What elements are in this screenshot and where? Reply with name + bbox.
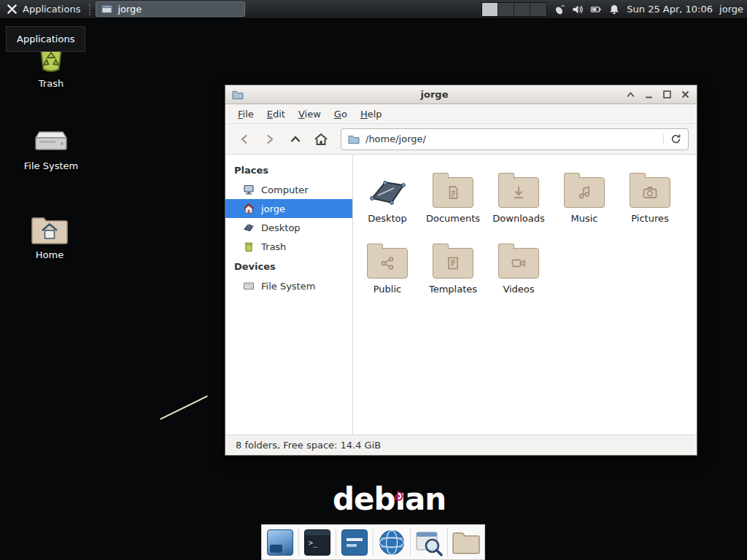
pictures-folder-icon [630, 177, 670, 208]
workspace-2[interactable] [498, 3, 514, 16]
close-button[interactable] [680, 90, 690, 100]
dock-launcher-browser[interactable] [376, 527, 407, 558]
mouse-icon[interactable] [554, 4, 565, 15]
dock-launcher-terminal[interactable]: >_ [302, 527, 333, 558]
sidebar-item-label: jorge [261, 203, 285, 214]
desktop-icon-file-system[interactable]: File System [16, 125, 86, 171]
folder-label: Public [374, 284, 401, 295]
folder-item-downloads[interactable]: Downloads [486, 166, 551, 237]
top-panel: Applications jorge [0, 0, 747, 19]
dock-launcher-files[interactable] [451, 527, 481, 558]
folder-item-templates[interactable]: Templates [420, 237, 486, 308]
applications-tooltip-text: Applications [17, 34, 74, 44]
minimize-button[interactable] [643, 90, 654, 100]
shade-button[interactable] [625, 90, 635, 100]
menu-view[interactable]: View [292, 106, 328, 122]
dock-launcher-appfinder[interactable] [414, 527, 444, 558]
clock[interactable]: Sun 25 Apr, 10:06 [627, 4, 713, 15]
panel-app-icon [341, 529, 368, 556]
volume-icon[interactable] [572, 4, 584, 15]
trash-icon [243, 241, 255, 252]
menu-go[interactable]: Go [328, 106, 354, 122]
file-manager-window-icon [101, 4, 112, 15]
folder-icon [452, 530, 481, 555]
globe-icon [378, 529, 406, 556]
folder-item-public[interactable]: Public [355, 237, 420, 308]
maximize-button[interactable] [662, 90, 672, 100]
folder-item-pictures[interactable]: Pictures [617, 166, 683, 237]
folder-label: Desktop [368, 214, 407, 224]
applications-menu-icon [7, 4, 18, 15]
folder-item-videos[interactable]: Videos [486, 237, 551, 308]
panel-username[interactable]: jorge [719, 4, 743, 15]
desktop-icon-label: Trash [39, 79, 63, 89]
workspace-3[interactable] [514, 3, 530, 16]
file-manager-window: jorge File Edit View Go Help [225, 85, 697, 456]
places-header: Places [225, 160, 352, 180]
desktop-icon-home[interactable]: Home [15, 213, 85, 260]
home-icon [243, 203, 255, 214]
taskbar-window-label: jorge [117, 4, 142, 15]
path-folder-icon [348, 133, 360, 145]
notifications-bell-icon[interactable] [608, 4, 620, 15]
places-sidebar: Places Computer jorge [225, 155, 353, 435]
battery-icon[interactable] [590, 4, 602, 15]
workspace-1[interactable] [482, 3, 498, 16]
location-bar[interactable]: /home/jorge/ [341, 128, 689, 150]
menu-edit[interactable]: Edit [260, 106, 292, 122]
menu-file[interactable]: File [231, 106, 260, 122]
up-button[interactable] [285, 129, 306, 149]
toolbar: /home/jorge/ [225, 124, 697, 154]
file-grid: Desktop Documents Downloads [353, 155, 697, 435]
sidebar-item-label: Computer [261, 184, 309, 195]
status-text: 8 folders, Free space: 14.4 GiB [236, 440, 381, 451]
applications-menu-label: Applications [23, 4, 80, 15]
dock-separator [447, 529, 448, 556]
panel-separator [89, 4, 93, 15]
window-titlebar[interactable]: jorge [225, 85, 697, 104]
sidebar-item-computer[interactable]: Computer [225, 180, 352, 199]
terminal-icon: >_ [304, 529, 330, 556]
status-bar: 8 folders, Free space: 14.4 GiB [225, 435, 697, 455]
sidebar-item-file-system[interactable]: File System [225, 276, 352, 295]
desktop-folder-icon [367, 170, 408, 208]
workspace-switcher[interactable] [481, 2, 547, 17]
templates-folder-icon [433, 248, 473, 279]
applications-menu-button[interactable]: Applications [0, 0, 87, 18]
sidebar-item-jorge[interactable]: jorge [225, 199, 352, 218]
videos-folder-icon [498, 248, 539, 279]
dock-launcher-display[interactable] [265, 527, 295, 558]
sidebar-item-trash[interactable]: Trash [225, 237, 352, 256]
folder-item-desktop[interactable]: Desktop [355, 166, 420, 237]
sidebar-item-desktop[interactable]: Desktop [225, 218, 352, 237]
window-title: jorge [248, 89, 621, 100]
system-tray [554, 4, 620, 15]
dock-launcher-panel[interactable] [339, 527, 370, 558]
forward-button[interactable] [259, 129, 281, 149]
desktop-icon-label: File System [24, 161, 78, 171]
debian-swirl-icon [392, 475, 403, 510]
dock-separator [336, 529, 336, 556]
menu-bar: File Edit View Go Help [225, 104, 697, 124]
folder-label: Downloads [492, 214, 544, 224]
sidebar-item-label: File System [261, 281, 315, 292]
home-folder-icon [31, 213, 69, 245]
folder-label: Pictures [631, 214, 668, 224]
location-path[interactable]: /home/jorge/ [365, 133, 657, 144]
devices-header: Devices [225, 256, 352, 276]
drive-icon [243, 280, 255, 292]
folder-item-music[interactable]: Music [551, 166, 617, 237]
back-button[interactable] [233, 129, 255, 149]
bottom-dock: >_ [261, 524, 485, 560]
debian-logo: debıan [333, 481, 446, 517]
workspace-4[interactable] [530, 3, 546, 16]
dock-separator [298, 529, 299, 556]
desktop: Applications jorge [0, 0, 747, 560]
sidebar-item-label: Desktop [261, 222, 301, 233]
taskbar-window-button[interactable]: jorge [96, 1, 245, 17]
magnifier-icon [415, 529, 443, 556]
home-button[interactable] [310, 129, 332, 149]
folder-item-documents[interactable]: Documents [420, 166, 486, 237]
menu-help[interactable]: Help [354, 106, 389, 122]
reload-button[interactable] [663, 133, 681, 144]
